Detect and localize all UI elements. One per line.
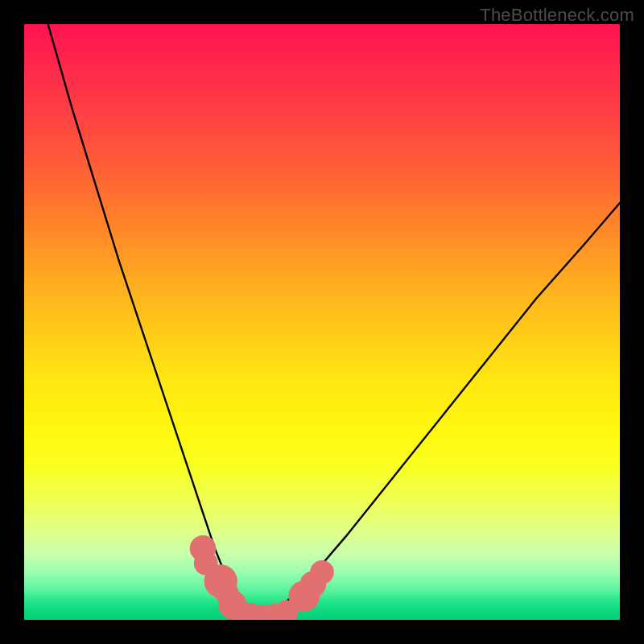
chart-root: TheBottleneck.com xyxy=(0,0,644,644)
watermark-text: TheBottleneck.com xyxy=(480,5,634,26)
curve-markers xyxy=(190,535,334,620)
plot-area xyxy=(24,24,620,620)
points-right-dot xyxy=(310,560,334,584)
bottleneck-curve xyxy=(48,24,620,618)
bottleneck-curve-svg xyxy=(24,24,620,620)
